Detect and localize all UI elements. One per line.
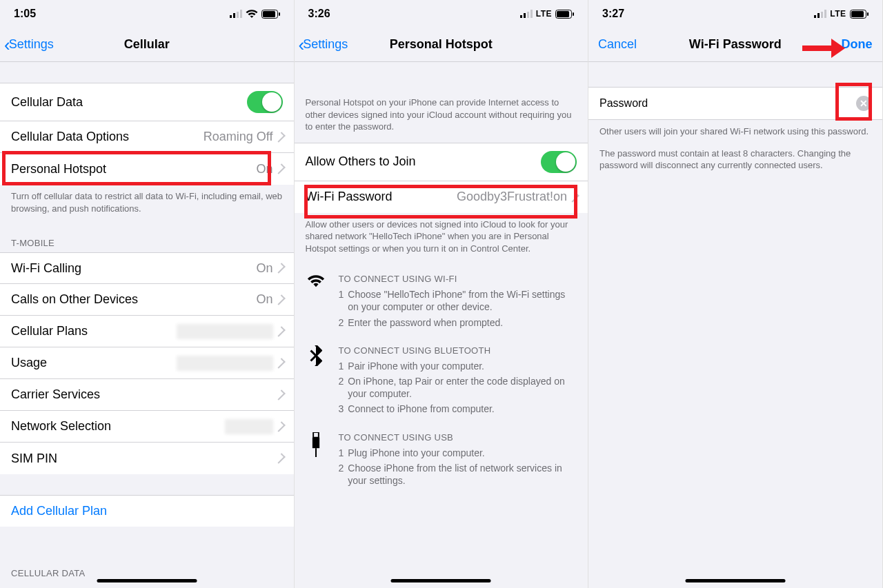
hotspot-intro-text: Personal Hotspot on your iPhone can prov… [295,62,588,143]
battery-icon [555,10,574,19]
allow-others-toggle[interactable] [541,151,577,173]
status-time: 1:05 [14,8,36,20]
svg-rect-10 [530,10,533,18]
cell-label: Cellular Data Options [11,130,129,144]
done-button[interactable]: Done [842,37,873,52]
battery-icon [261,10,280,19]
back-button[interactable]: ‹ Settings [4,36,54,54]
carrier-section-header: T-MOBILE [0,224,294,252]
chevron-right-icon [275,453,286,464]
svg-rect-13 [573,12,574,16]
chevron-right-icon [275,263,286,274]
status-bar: 3:27 LTE [588,0,882,28]
password-footer-2: The password must contain at least 8 cha… [588,148,882,181]
home-indicator[interactable] [685,579,785,582]
section-footer: Turn off cellular data to restrict all d… [0,185,294,224]
personal-hotspot-row[interactable]: Personal Hotspot On [0,153,294,185]
cell-label: Allow Others to Join [306,154,416,169]
chevron-right-icon [275,132,286,143]
cellular-data-section-header: CELLULAR DATA [0,554,294,582]
back-button[interactable]: ‹ Settings [299,36,348,54]
signal-icon [230,10,242,18]
cell-value: Roaming Off [204,130,273,144]
cell-value: On [256,162,272,176]
status-time: 3:27 [602,8,624,20]
svg-rect-5 [263,11,275,17]
svg-rect-0 [230,15,232,18]
allow-others-row[interactable]: Allow Others to Join [295,143,588,181]
status-bar: 1:05 [0,0,294,28]
password-input[interactable] [660,97,855,111]
nav-bar: Cancel Wi-Fi Password Done [588,28,882,62]
cell-label: Carrier Services [11,387,100,402]
chevron-right-icon [275,358,286,369]
redacted-value [177,324,273,339]
cell-label: Add Cellular Plan [11,504,107,518]
home-indicator[interactable] [97,579,197,582]
instr-wifi: TO CONNECT USING WI-FI 1Choose "HelloTec… [295,264,588,336]
nav-bar: ‹ Settings Cellular [0,28,294,62]
status-time: 3:26 [308,8,330,20]
bluetooth-icon [306,345,326,418]
screen-cellular: 1:05 ‹ Settings Cellular Cellular Data C… [0,0,295,588]
battery-icon [850,10,869,19]
cancel-button[interactable]: Cancel [598,37,637,52]
cellular-plans-row[interactable]: Cellular Plans [0,316,294,347]
svg-rect-16 [315,448,316,457]
screen-personal-hotspot: 3:26 LTE ‹ Settings Personal Hotspot Per… [295,0,589,588]
cell-label: Cellular Data [11,95,83,110]
wifi-icon [246,10,258,18]
calls-other-devices-row[interactable]: Calls on Other Devices On [0,284,294,316]
instr-step: Connect to iPhone from computer. [348,403,494,415]
chevron-right-icon [275,326,286,337]
cell-label: Personal Hotspot [11,162,106,176]
svg-rect-17 [814,15,816,18]
lte-indicator: LTE [536,9,552,19]
back-label: Settings [303,37,348,52]
instr-title: TO CONNECT USING WI-FI [339,274,577,284]
carrier-services-row[interactable]: Carrier Services [0,379,294,411]
wifi-icon [306,274,326,332]
cell-label: Usage [11,356,47,370]
signal-icon [520,10,533,18]
instr-bluetooth: TO CONNECT USING BLUETOOTH 1Pair iPhone … [295,336,588,423]
password-footer-1: Other users will join your shared Wi-Fi … [588,120,882,148]
instr-step: Plug iPhone into your computer. [348,447,484,459]
redacted-value [177,356,273,371]
input-label: Password [599,97,648,110]
chevron-right-icon [275,421,286,432]
add-cellular-plan-row[interactable]: Add Cellular Plan [0,495,294,527]
screen-wifi-password: 3:27 LTE Cancel Wi-Fi Password Done Pass… [588,0,883,588]
sim-pin-row[interactable]: SIM PIN [0,443,294,474]
password-input-row[interactable]: Password ✕ [588,87,882,120]
svg-rect-15 [312,437,319,447]
network-selection-row[interactable]: Network Selection [0,411,294,443]
cell-value: On [256,261,272,276]
cell-label: Cellular Plans [11,324,88,338]
instr-step: On iPhone, tap Pair or enter the code di… [348,375,577,400]
cellular-data-row[interactable]: Cellular Data [0,83,294,121]
wifi-password-row[interactable]: Wi-Fi Password Goodby3Frustrat!on [295,181,588,213]
nav-bar: ‹ Settings Personal Hotspot [295,28,588,62]
svg-rect-23 [867,12,869,16]
usage-row[interactable]: Usage [0,347,294,379]
instr-step: Choose "HelloTech iPhone" from the Wi-Fi… [348,288,577,313]
cell-label: Network Selection [11,419,111,434]
instr-step: Choose iPhone from the list of network s… [348,462,577,487]
home-indicator[interactable] [391,579,491,582]
wifi-calling-row[interactable]: Wi-Fi Calling On [0,252,294,284]
svg-rect-14 [313,432,319,438]
chevron-right-icon [275,389,286,401]
instr-usb: TO CONNECT USING USB 1Plug iPhone into y… [295,423,588,494]
cellular-data-options-row[interactable]: Cellular Data Options Roaming Off [0,121,294,153]
instr-title: TO CONNECT USING BLUETOOTH [339,345,577,356]
chevron-right-icon [568,192,579,203]
clear-button[interactable]: ✕ [856,96,871,111]
cell-label: Calls on Other Devices [11,292,138,307]
cellular-data-toggle[interactable] [247,91,283,113]
svg-rect-18 [817,13,820,18]
instr-step: Pair iPhone with your computer. [348,360,484,372]
cell-value: On [256,292,272,307]
redacted-value [225,419,273,434]
svg-rect-7 [520,15,522,18]
